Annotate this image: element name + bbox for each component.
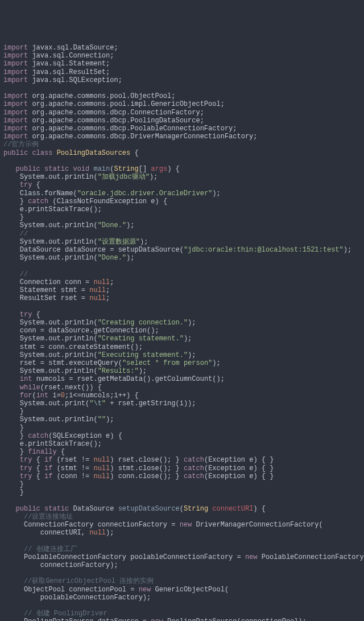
string: "Done."	[98, 221, 126, 229]
var: dataSource	[65, 246, 106, 254]
keyword-while: while	[20, 384, 40, 392]
string: "jdbc:oracle:thin:@localhost:1521:test"	[184, 246, 344, 254]
keyword-class: class	[32, 149, 52, 157]
var: dataSource	[98, 618, 139, 621]
var: conn	[61, 472, 77, 480]
keyword-public: public	[3, 149, 28, 157]
var: rset	[44, 384, 61, 392]
comment: //设置连接地址	[24, 513, 73, 521]
string: "Executing statement."	[98, 351, 188, 359]
type: PoolingDataSource	[24, 618, 93, 621]
keyword-finally: finally	[28, 448, 56, 456]
null: null	[93, 464, 110, 472]
var: conn	[65, 278, 81, 286]
call: getString	[139, 400, 176, 408]
string: "Done."	[98, 254, 126, 262]
import-path: java.sql.Connection	[32, 52, 110, 60]
call: executeQuery	[69, 359, 118, 367]
keyword-catch: catch	[184, 456, 204, 464]
var: rset	[61, 294, 77, 302]
import-path: org.apache.commons.dbcp.DriverManagerCon…	[32, 133, 253, 141]
keyword-import: import	[3, 92, 28, 100]
type: DataSource	[73, 505, 114, 513]
call: System.out.print	[20, 400, 85, 408]
type: PoolableConnectionFactory	[262, 553, 364, 561]
string: "设置数据源"	[98, 238, 140, 246]
null: null	[93, 278, 110, 286]
keyword-import: import	[3, 68, 28, 76]
code-block: import javax.sql.DataSource; import java…	[0, 40, 364, 621]
keyword-import: import	[3, 76, 28, 84]
comment: // 创建 PoolingDriver	[24, 610, 107, 618]
var: rset	[77, 375, 94, 383]
keyword-import: import	[3, 52, 28, 60]
keyword-void: void	[73, 165, 89, 173]
string: "Creating connection."	[98, 319, 188, 327]
string: "oracle.jdbc.driver.OracleDriver"	[77, 190, 213, 198]
keyword-new: new	[180, 521, 192, 529]
var: connectURI	[40, 529, 81, 537]
keyword-import: import	[3, 109, 28, 117]
call: createStatement	[69, 343, 130, 351]
var: connectionPool	[69, 586, 126, 594]
call: getConnection	[93, 327, 147, 335]
comment: //	[20, 270, 28, 278]
keyword-import: import	[3, 60, 28, 68]
keyword-import: import	[3, 117, 28, 125]
string: ""	[98, 416, 106, 423]
call: e.printStackTrace	[20, 440, 89, 448]
type: Exception	[208, 472, 245, 480]
call: next	[65, 384, 81, 392]
keyword-if: if	[44, 472, 52, 480]
type: DriverManagerConnectionFactory	[196, 521, 318, 529]
type: PoolableConnectionFactory	[24, 553, 126, 561]
keyword-try: try	[20, 464, 32, 472]
call: close	[139, 464, 159, 472]
number: 0	[61, 392, 65, 400]
keyword-int: int	[36, 392, 49, 400]
string-quote: "	[102, 400, 106, 408]
call: System.out.println	[20, 367, 94, 375]
var: rset	[20, 359, 36, 367]
string: "Results:"	[98, 367, 139, 375]
keyword-import: import	[3, 133, 28, 141]
type: String	[114, 165, 138, 173]
var: poolableConnectionFactory	[40, 594, 143, 602]
var: i	[114, 392, 118, 400]
keyword-catch: catch	[184, 472, 204, 480]
var: rset	[118, 400, 135, 408]
string: "select * from person"	[122, 359, 212, 367]
var: poolableConnectionFactory	[130, 553, 233, 561]
var: conn	[48, 343, 65, 351]
call: Class.forName	[20, 190, 73, 198]
keyword-for: for	[20, 392, 32, 400]
call: System.out.println	[20, 416, 94, 423]
call: System.out.println	[20, 254, 94, 262]
null: null	[89, 529, 106, 537]
call: System.out.println	[20, 335, 94, 343]
keyword-public: public	[16, 505, 40, 513]
import-path: org.apache.commons.dbcp.PoolingDataSourc…	[32, 117, 200, 125]
call: setupDataSource	[118, 246, 180, 254]
escape-t: \t	[93, 400, 101, 408]
var: i	[69, 392, 73, 400]
param: connectURI	[212, 505, 253, 513]
keyword-int: int	[20, 375, 32, 383]
var: numcols	[36, 375, 65, 383]
keyword-catch: catch	[28, 432, 48, 440]
keyword-if: if	[44, 456, 52, 464]
type: Exception	[208, 456, 245, 464]
import-path: java.sql.ResultSet	[32, 68, 106, 76]
keyword-static: static	[44, 505, 69, 513]
comment: //获取GenericObjectPool 连接的实例	[24, 577, 154, 585]
call: getMetaData	[98, 375, 143, 383]
param: args	[151, 165, 167, 173]
keyword-catch: catch	[28, 198, 48, 205]
var: rset	[61, 456, 77, 464]
null: null	[89, 286, 106, 294]
import-path: org.apache.commons.pool.impl.GenericObje…	[32, 100, 220, 108]
import-path: java.sql.SQLException	[32, 76, 118, 84]
var: e	[249, 464, 253, 472]
keyword-static: static	[44, 165, 69, 173]
keyword-try: try	[20, 311, 32, 319]
